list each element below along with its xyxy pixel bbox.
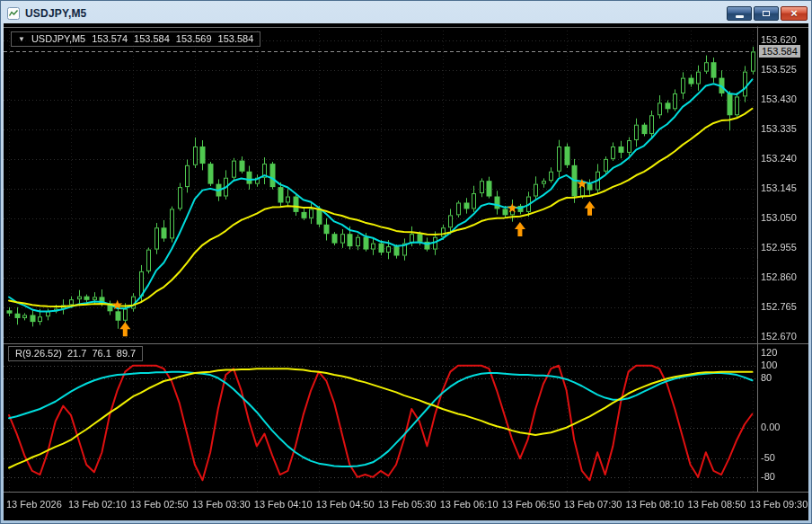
indicator-value-3: 89.7 [117, 348, 136, 359]
ohlc-high: 153.584 [134, 33, 170, 44]
ohlc-info: ▼ USDJPY,M5 153.574 153.584 153.569 153.… [11, 31, 260, 47]
current-price-label: 153.584 [759, 45, 800, 58]
time-axis-label: 13 Feb 04:50 [316, 499, 375, 511]
chart-area: 153.620153.525153.430153.335153.240153.1… [4, 23, 808, 520]
close-button[interactable]: × [781, 6, 808, 21]
window-title: USDJPY,M5 [25, 7, 87, 20]
ohlc-symbol: USDJPY,M5 [31, 33, 85, 44]
app-icon[interactable] [6, 6, 21, 21]
restore-icon [763, 11, 770, 16]
restore-button[interactable] [754, 6, 779, 21]
close-icon: × [790, 8, 798, 19]
titlebar[interactable]: USDJPY,M5 × [4, 4, 808, 23]
indicator-name: R(9.26.52) [15, 348, 62, 359]
time-axis-label: 13 Feb 02:10 [68, 499, 127, 511]
ohlc-low: 153.569 [176, 33, 212, 44]
time-axis-label: 13 Feb 09:30 [750, 499, 808, 511]
time-axis-label: 13 Feb 03:30 [192, 499, 251, 511]
minimize-button[interactable] [727, 6, 752, 21]
mt-chart-window: USDJPY,M5 × 153.620153.525153.430153.335… [0, 0, 812, 524]
time-axis-label: 13 Feb 08:10 [626, 499, 684, 511]
time-axis-label: 13 Feb 06:10 [440, 499, 499, 511]
ohlc-close: 153.584 [218, 33, 254, 44]
window-controls: × [725, 6, 808, 21]
time-axis-label: 13 Feb 02:50 [130, 499, 189, 511]
chart-icon [7, 7, 20, 20]
time-axis[interactable]: 13 Feb 202613 Feb 02:1013 Feb 02:5013 Fe… [4, 23, 808, 520]
time-axis-label: 13 Feb 2026 [6, 499, 62, 511]
time-axis-label: 13 Feb 05:30 [378, 499, 437, 511]
indicator-label: R(9.26.52) 21.7 76.1 89.7 [8, 346, 143, 361]
ohlc-open: 153.574 [92, 33, 128, 44]
symbol-dropdown-icon[interactable]: ▼ [18, 35, 25, 43]
indicator-value-1: 21.7 [67, 348, 86, 359]
time-axis-label: 13 Feb 06:50 [502, 499, 560, 511]
minimize-icon [736, 15, 744, 18]
time-axis-label: 13 Feb 07:30 [564, 499, 622, 511]
indicator-value-2: 76.1 [92, 348, 110, 359]
time-axis-label: 13 Feb 08:50 [688, 499, 746, 511]
time-axis-label: 13 Feb 04:10 [254, 499, 313, 511]
